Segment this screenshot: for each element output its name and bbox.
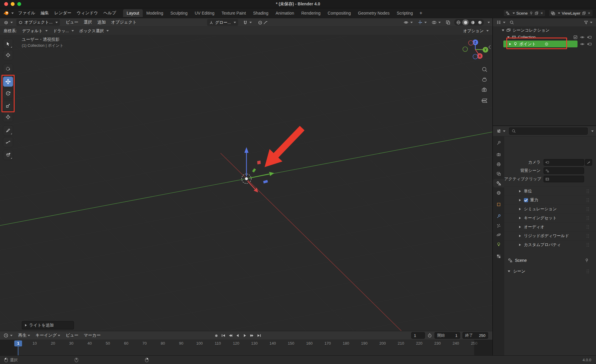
camera-field[interactable] bbox=[544, 159, 584, 166]
remove-viewlayer-icon[interactable]: × bbox=[587, 11, 591, 15]
editor-type-dropdown[interactable] bbox=[2, 20, 14, 25]
drag-handle-icon[interactable] bbox=[587, 270, 589, 273]
toggle-ortho-icon[interactable] bbox=[482, 99, 487, 102]
preset-dropdown[interactable]: デフォルト bbox=[22, 28, 48, 34]
shading-solid-button[interactable] bbox=[462, 19, 469, 25]
camera-view-icon[interactable] bbox=[482, 88, 486, 91]
gizmo-y-arrow[interactable] bbox=[249, 174, 269, 178]
drag-handle-icon[interactable] bbox=[587, 225, 589, 229]
properties-editor-type-dropdown[interactable] bbox=[495, 129, 507, 133]
toggle-xray-button[interactable] bbox=[444, 20, 452, 25]
gizmo-y-arrowhead[interactable] bbox=[269, 172, 274, 176]
tab-output[interactable] bbox=[493, 160, 504, 168]
cursor-tool-button[interactable] bbox=[3, 50, 13, 60]
nav-axis-x-negative[interactable] bbox=[468, 41, 473, 45]
play-button[interactable] bbox=[242, 333, 247, 338]
gizmo-plane-handle-green[interactable] bbox=[252, 168, 256, 172]
viewport-3d[interactable]: Z Y X ユーザー・透視投影 (1) Collection | ポイント bbox=[0, 35, 492, 331]
blender-logo-icon[interactable] bbox=[3, 10, 10, 16]
pin-icon[interactable] bbox=[585, 258, 589, 262]
nav-axis-y-negative[interactable] bbox=[463, 47, 468, 52]
drag-handle-icon[interactable] bbox=[587, 234, 589, 238]
current-frame-field[interactable]: 1 bbox=[411, 332, 425, 339]
timeline-editor[interactable]: 再生 キーイング ビュー マーカー bbox=[0, 331, 492, 355]
pin-icon[interactable] bbox=[529, 11, 533, 15]
workspace-tab[interactable]: Texture Paint bbox=[218, 9, 250, 17]
eye-icon[interactable] bbox=[580, 35, 585, 40]
viewport-canvas[interactable]: Z Y X bbox=[0, 35, 492, 331]
gravity-checkbox[interactable] bbox=[524, 198, 528, 202]
workspace-tab[interactable]: Animation bbox=[272, 9, 298, 17]
properties-section-collapsed[interactable]: オーディオ bbox=[504, 222, 596, 231]
gizmo-plane-handle-red[interactable] bbox=[257, 161, 261, 164]
select-circle-tool-button[interactable] bbox=[3, 64, 13, 74]
outliner-row-scene-collection[interactable]: シーンコレクション bbox=[493, 27, 596, 34]
workspace-tab[interactable]: Compositing bbox=[324, 9, 355, 17]
jump-to-start-button[interactable] bbox=[221, 333, 226, 338]
select-box-tool-button[interactable] bbox=[3, 39, 13, 49]
workspace-tab[interactable]: Sculpting bbox=[167, 9, 191, 17]
object-data-icon[interactable] bbox=[544, 42, 549, 46]
timeline-editor-type-dropdown[interactable] bbox=[2, 333, 14, 338]
mode-dropdown[interactable]: オブジェクト... bbox=[16, 19, 60, 26]
properties-section-collapsed[interactable]: リジッドボディワールド bbox=[504, 231, 596, 240]
zoom-view-icon[interactable] bbox=[482, 67, 487, 72]
viewport-menu-item[interactable]: ビュー bbox=[63, 18, 81, 26]
current-frame-line[interactable] bbox=[18, 346, 18, 356]
active-tool-dropdown[interactable]: ボックス選択 bbox=[79, 28, 109, 34]
workspace-tab[interactable]: Modeling bbox=[143, 9, 167, 17]
properties-section-collapsed[interactable]: キーイングセット bbox=[504, 213, 596, 222]
gizmo-z-arrowhead[interactable] bbox=[244, 147, 249, 153]
tab-view-layer[interactable] bbox=[493, 169, 504, 178]
show-overlays-dropdown[interactable] bbox=[430, 20, 442, 25]
add-light-panel[interactable]: ライトを追加 bbox=[22, 321, 74, 329]
jump-to-end-button[interactable] bbox=[257, 333, 262, 338]
transform-orientation-dropdown[interactable]: グロー... bbox=[207, 19, 238, 26]
eyedropper-icon[interactable] bbox=[585, 159, 592, 166]
nav-axis-z-negative[interactable] bbox=[473, 54, 478, 59]
previous-keyframe-button[interactable] bbox=[228, 333, 233, 338]
topbar-menu-item[interactable]: ファイル bbox=[15, 9, 38, 17]
disclosure-triangle-icon[interactable] bbox=[502, 29, 504, 31]
tab-object[interactable] bbox=[493, 200, 504, 209]
workspace-tab[interactable]: Scripting bbox=[393, 9, 416, 17]
scale-tool-button[interactable] bbox=[3, 101, 13, 111]
viewlayer-selector[interactable]: ViewLayer × bbox=[549, 10, 593, 17]
drag-handle-icon[interactable] bbox=[587, 189, 589, 193]
search-icon[interactable] bbox=[510, 20, 514, 25]
shading-rendered-button[interactable] bbox=[477, 19, 483, 25]
unlink-scene-icon[interactable]: × bbox=[540, 11, 544, 15]
auto-keyframe-record-button[interactable] bbox=[214, 333, 219, 338]
options-dropdown[interactable]: オプション bbox=[463, 28, 489, 34]
viewport-menu-item[interactable]: 選択 bbox=[81, 18, 95, 26]
proportional-editing-dropdown[interactable] bbox=[257, 20, 269, 25]
gizmo-plane-handle-blue[interactable] bbox=[263, 180, 268, 183]
workspace-tab[interactable]: Rendering bbox=[298, 9, 324, 17]
checkbox-icon[interactable] bbox=[573, 35, 578, 39]
drag-handle-icon[interactable] bbox=[587, 216, 589, 220]
active-clip-field[interactable] bbox=[544, 176, 584, 182]
scene-selector[interactable]: Scene × bbox=[503, 10, 546, 17]
workspace-tab[interactable]: Layout bbox=[123, 9, 143, 17]
properties-section-collapsed[interactable]: 単位 bbox=[504, 186, 596, 195]
tab-scene[interactable] bbox=[493, 179, 504, 187]
next-keyframe-button[interactable] bbox=[249, 333, 254, 338]
snap-dropdown[interactable] bbox=[242, 20, 253, 25]
disclosure-triangle-icon[interactable] bbox=[507, 36, 510, 38]
outliner-editor-type-dropdown[interactable] bbox=[495, 20, 507, 25]
move-tool-button[interactable] bbox=[3, 77, 13, 87]
new-viewlayer-icon[interactable] bbox=[582, 11, 586, 15]
properties-search-input[interactable] bbox=[509, 127, 588, 135]
topbar-menu-item[interactable]: 編集 bbox=[38, 9, 52, 17]
disclosure-triangle-icon[interactable] bbox=[509, 43, 511, 45]
viewport-menu-item[interactable]: 追加 bbox=[95, 18, 108, 26]
navigation-gizmo[interactable]: Z Y X bbox=[463, 40, 488, 59]
add-cube-tool-button[interactable] bbox=[3, 150, 13, 160]
tab-modifiers[interactable] bbox=[493, 212, 504, 220]
shading-wireframe-button[interactable] bbox=[455, 19, 462, 25]
properties-section-collapsed[interactable]: シミュレーション bbox=[504, 204, 596, 213]
workspace-tab[interactable]: Shading bbox=[249, 9, 272, 17]
topbar-menu-item[interactable]: ヘルプ bbox=[101, 9, 119, 17]
workspace-tab[interactable]: Geometry Nodes bbox=[354, 9, 393, 17]
tab-render[interactable] bbox=[493, 150, 504, 159]
